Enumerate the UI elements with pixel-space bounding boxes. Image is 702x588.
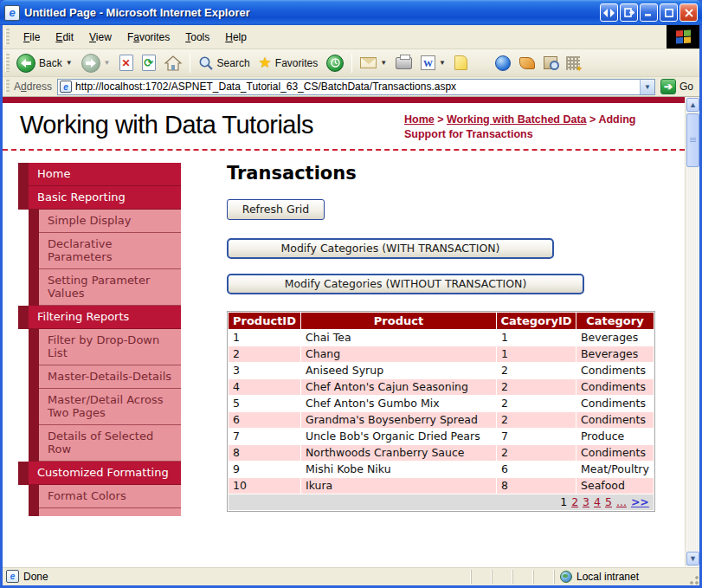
table-cell: Beverages	[576, 329, 654, 346]
print-button[interactable]	[391, 55, 416, 71]
sidebar-item-master-detail-across-two-pages[interactable]: Master/Detail Across Two Pages	[29, 389, 181, 425]
pager-next-link[interactable]: >>	[631, 495, 649, 508]
breadcrumb-link[interactable]: Home	[404, 113, 435, 126]
sidebar-item-customized-formatting[interactable]: Customized Formatting	[18, 462, 181, 485]
table-cell: Ikura	[301, 477, 497, 494]
sidebar-item-filter-by-drop-down-list[interactable]: Filter by Drop-Down List	[29, 329, 181, 365]
status-pane	[471, 570, 492, 584]
scroll-down-icon[interactable]: ▼	[686, 552, 699, 565]
table-row: 4Chef Anton's Cajun Seasoning2Condiments	[229, 378, 654, 395]
menu-favorites[interactable]: Favorites	[119, 29, 177, 46]
close-button[interactable]	[679, 3, 698, 22]
menu-help[interactable]: Help	[217, 29, 254, 46]
column-header-product: Product	[301, 312, 497, 329]
sidebar-item-home[interactable]: Home	[18, 163, 181, 186]
table-cell: 6	[229, 411, 301, 428]
favorites-star-icon: ★	[259, 54, 272, 72]
table-cell: 8	[229, 444, 301, 461]
toolbar-grip[interactable]	[5, 54, 10, 73]
table-cell: Condiments	[576, 411, 654, 428]
modify-without-transaction-button[interactable]: Modify Categories (WITHOUT TRANSACTION)	[227, 274, 584, 294]
web-page: Working with Data Tutorials Home > Worki…	[3, 97, 685, 566]
export-window-button[interactable]	[620, 3, 638, 22]
scrollbar-thumb[interactable]	[686, 113, 699, 167]
intranet-globe-icon	[560, 571, 572, 583]
addon-tool-button[interactable]	[539, 55, 562, 71]
home-button[interactable]	[160, 54, 186, 73]
sidebar-item-master-details-details[interactable]: Master-Details-Details	[29, 365, 181, 389]
grid-tool-icon	[566, 56, 580, 70]
sidebar-level-marker	[29, 210, 39, 233]
modify-with-transaction-button[interactable]: Modify Categories (WITH TRANSACTION)	[227, 238, 554, 259]
menubar-grip[interactable]	[5, 29, 10, 45]
compare-windows-button[interactable]	[600, 3, 618, 22]
menu-edit[interactable]: Edit	[48, 29, 81, 46]
breadcrumb-link[interactable]: Working with Batched Data	[447, 113, 587, 126]
table-cell: Aniseed Syrup	[301, 362, 497, 378]
table-cell: 1	[229, 329, 301, 346]
history-button[interactable]	[322, 53, 348, 74]
stop-icon: ✕	[119, 55, 133, 71]
sidebar-item-setting-parameter-values[interactable]: Setting Parameter Values	[29, 269, 181, 306]
sidebar-item-partial[interactable]	[29, 508, 181, 516]
favorites-button[interactable]: ★ Favorites	[254, 52, 323, 74]
main-content: Transactions Refresh Grid Modify Categor…	[227, 163, 660, 516]
word-dropdown-icon[interactable]: ▼	[439, 59, 446, 67]
page-title: Transactions	[227, 163, 660, 184]
pager-page-link[interactable]: 4	[594, 495, 601, 508]
site-title: Working with Data Tutorials	[20, 111, 313, 142]
addressbar-grip[interactable]	[5, 80, 10, 93]
scroll-up-icon[interactable]: ▲	[686, 98, 699, 112]
maximize-button[interactable]	[660, 3, 678, 22]
sidebar-item-simple-display[interactable]: Simple Display	[29, 210, 181, 233]
mail-dropdown-icon[interactable]: ▼	[380, 59, 387, 67]
sidebar-item-basic-reporting[interactable]: Basic Reporting	[18, 186, 181, 210]
sidebar-item-declarative-parameters[interactable]: Declarative Parameters	[29, 233, 181, 269]
search-button[interactable]: Search	[194, 54, 254, 73]
pager-page-link[interactable]: 5	[605, 495, 612, 508]
refresh-icon: ⟳	[142, 55, 156, 71]
forward-dropdown-icon[interactable]: ▼	[104, 59, 111, 67]
sidebar-item-label: Customized Formatting	[37, 466, 169, 479]
edit-with-word-button[interactable]: W ▼	[416, 54, 450, 72]
menu-view[interactable]: View	[81, 29, 119, 46]
column-header-category: Category	[576, 312, 654, 329]
resize-grip[interactable]	[687, 573, 699, 585]
standard-toolbar: Back ▼ ▼ ✕ ⟳ Search ★ Favorites	[3, 49, 699, 77]
research-button[interactable]	[515, 55, 539, 71]
mail-button[interactable]: ▼	[356, 55, 391, 70]
forward-button[interactable]: ▼	[77, 52, 115, 74]
menu-tools[interactable]: Tools	[177, 29, 217, 46]
vertical-scrollbar[interactable]: ▲ ▼	[685, 97, 699, 566]
sidebar-item-label: Setting Parameter Values	[48, 274, 150, 300]
grid-tool-button[interactable]	[562, 55, 584, 72]
edit-notes-button[interactable]	[450, 54, 472, 72]
table-cell: Northwoods Cranberry Sauce	[301, 444, 497, 461]
sidebar-item-filtering-reports[interactable]: Filtering Reports	[18, 306, 181, 329]
minimize-button[interactable]	[640, 3, 658, 22]
back-button[interactable]: Back ▼	[12, 52, 77, 74]
sidebar-item-label: Format Colors	[48, 489, 126, 502]
refresh-grid-button[interactable]: Refresh Grid	[227, 199, 325, 220]
stop-button[interactable]: ✕	[115, 53, 138, 73]
back-dropdown-icon[interactable]: ▼	[66, 59, 73, 67]
table-cell: 1	[497, 346, 576, 362]
table-cell: 7	[229, 428, 301, 444]
pager-page-link[interactable]: 3	[583, 495, 589, 508]
table-row: 7Uncle Bob's Organic Dried Pears7Produce	[229, 428, 654, 444]
menu-file[interactable]: File	[16, 29, 48, 46]
address-input[interactable]	[72, 81, 640, 93]
title-bar[interactable]: e Untitled Page - Microsoft Internet Exp…	[0, 0, 702, 25]
menu-bar: FileEditViewFavoritesToolsHelp	[3, 25, 699, 49]
sidebar-item-format-colors[interactable]: Format Colors	[29, 485, 181, 508]
messenger-button[interactable]	[491, 54, 515, 73]
pager-page-link[interactable]: ...	[616, 495, 627, 508]
go-button[interactable]: ➔ Go	[655, 79, 697, 94]
breadcrumb: Home > Working with Batched Data > Addin…	[404, 113, 673, 142]
address-dropdown-icon[interactable]: ▼	[640, 80, 654, 94]
pager-page-link[interactable]: 2	[571, 495, 578, 508]
status-text: Done	[23, 571, 48, 583]
table-cell: Condiments	[576, 362, 654, 378]
refresh-button[interactable]: ⟳	[138, 53, 160, 73]
sidebar-item-details-of-selected-row[interactable]: Details of Selected Row	[29, 425, 181, 462]
